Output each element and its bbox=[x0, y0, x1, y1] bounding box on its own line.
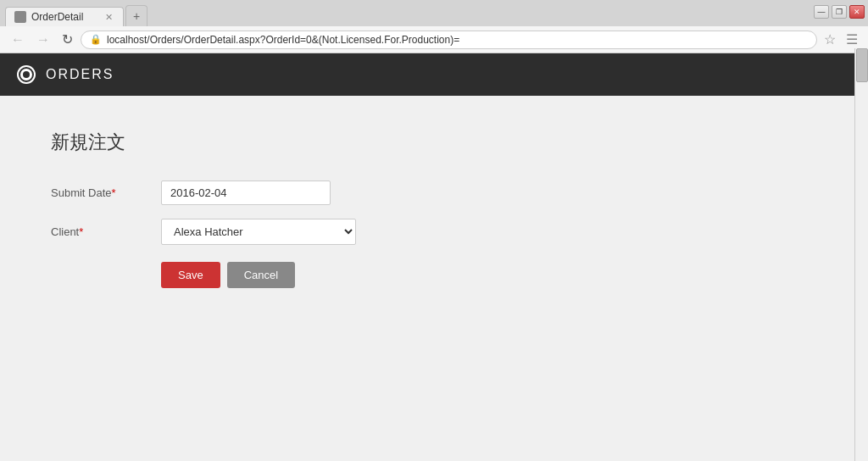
client-required: * bbox=[79, 225, 83, 238]
restore-button[interactable]: ❐ bbox=[832, 5, 847, 19]
minimize-button[interactable]: — bbox=[814, 5, 829, 19]
order-form: Submit Date* Client* Alexa Hatcher John … bbox=[51, 181, 817, 288]
app-content: 新規注文 Submit Date* Client* Alexa Hatcher … bbox=[0, 96, 868, 435]
browser-window: OrderDetail ✕ + — ❐ ✕ ← → ↻ 🔒 localhost/… bbox=[0, 0, 868, 461]
submit-date-required: * bbox=[112, 186, 116, 199]
refresh-button[interactable]: ↻ bbox=[58, 30, 77, 49]
close-button[interactable]: ✕ bbox=[849, 5, 865, 19]
tab-favicon bbox=[14, 11, 26, 23]
tab-label: OrderDetail bbox=[31, 11, 83, 23]
nav-bar: ← → ↻ 🔒 localhost/Orders/OrderDetail.asp… bbox=[0, 26, 868, 53]
menu-button[interactable]: ☰ bbox=[843, 30, 861, 49]
scrollbar[interactable] bbox=[854, 48, 868, 461]
submit-date-row: Submit Date* bbox=[51, 181, 817, 205]
url-text: localhost/Orders/OrderDetail.aspx?OrderI… bbox=[107, 34, 808, 46]
submit-date-input[interactable] bbox=[161, 181, 331, 205]
address-bar[interactable]: 🔒 localhost/Orders/OrderDetail.aspx?Orde… bbox=[81, 31, 817, 49]
active-tab[interactable]: OrderDetail ✕ bbox=[5, 7, 124, 26]
forward-button[interactable]: → bbox=[32, 31, 54, 49]
bookmark-button[interactable]: ☆ bbox=[821, 30, 839, 49]
svg-point-0 bbox=[15, 12, 25, 22]
client-label: Client* bbox=[51, 225, 161, 238]
scrollbar-thumb[interactable] bbox=[856, 48, 868, 82]
save-button[interactable]: Save bbox=[161, 262, 220, 288]
svg-point-2 bbox=[23, 71, 30, 78]
app-title: ORDERS bbox=[46, 67, 114, 82]
client-row: Client* Alexa Hatcher John Doe Jane Smit… bbox=[51, 219, 817, 245]
app-header: ORDERS bbox=[0, 53, 868, 96]
tab-close-button[interactable]: ✕ bbox=[103, 12, 114, 23]
back-button[interactable]: ← bbox=[7, 31, 29, 49]
cancel-button[interactable]: Cancel bbox=[227, 262, 295, 288]
tab-bar: OrderDetail ✕ + — ❐ ✕ bbox=[0, 0, 868, 26]
new-tab-button[interactable]: + bbox=[125, 5, 147, 26]
lock-icon: 🔒 bbox=[90, 34, 102, 45]
form-buttons: Save Cancel bbox=[51, 262, 817, 288]
client-select[interactable]: Alexa Hatcher John Doe Jane Smith bbox=[161, 219, 356, 245]
submit-date-label: Submit Date* bbox=[51, 186, 161, 199]
app-logo bbox=[17, 65, 36, 84]
page-title: 新規注文 bbox=[51, 130, 817, 155]
